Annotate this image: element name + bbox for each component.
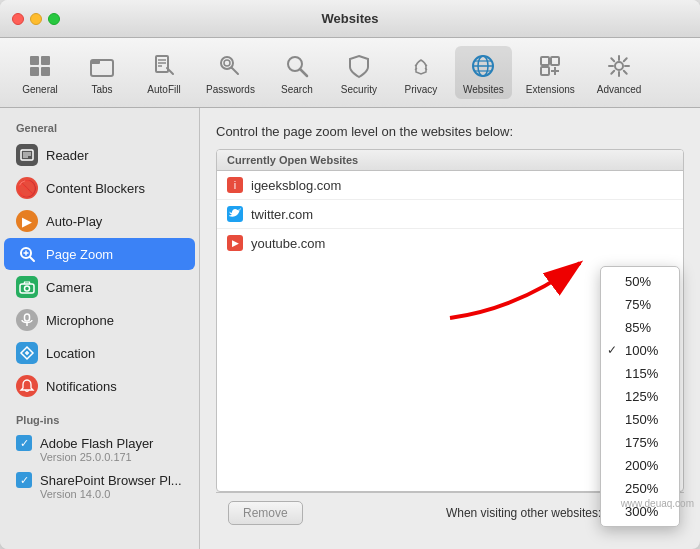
main-window: Websites General Tabs AutoFill Password [0,0,700,549]
title-bar: Websites [0,0,700,38]
notifications-icon [16,375,38,397]
tabs-label: Tabs [91,84,112,95]
sidebar: General Reader 🚫 Content Blockers ▶ Auto… [0,108,200,549]
svg-line-30 [30,257,34,261]
table-row[interactable]: ▶ youtube.com [217,229,683,257]
panel-description: Control the page zoom level on the websi… [216,124,684,139]
zoom-125[interactable]: 125% [601,385,679,408]
content-blockers-icon: 🚫 [16,177,38,199]
sidebar-item-auto-play[interactable]: ▶ Auto-Play [4,205,195,237]
toolbar-extensions[interactable]: Extensions [518,46,583,99]
extensions-label: Extensions [526,84,575,95]
location-label: Location [46,346,95,361]
toolbar-tabs[interactable]: Tabs [74,46,130,99]
advanced-icon [603,50,635,82]
sidebar-item-camera[interactable]: Camera [4,271,195,303]
close-button[interactable] [12,13,24,25]
toolbar: General Tabs AutoFill Passwords Search [0,38,700,108]
microphone-icon [16,309,38,331]
sharepoint-checkbox[interactable]: ✓ [16,472,32,488]
svg-rect-0 [30,56,39,65]
svg-line-13 [232,68,239,75]
notifications-label: Notifications [46,379,117,394]
toolbar-autofill[interactable]: AutoFill [136,46,192,99]
passwords-label: Passwords [206,84,255,95]
reader-label: Reader [46,148,89,163]
zoom-50[interactable]: 50% [601,270,679,293]
right-panel: Control the page zoom level on the websi… [200,108,700,549]
minimize-button[interactable] [30,13,42,25]
remove-button[interactable]: Remove [228,501,303,525]
svg-rect-1 [41,56,50,65]
auto-play-label: Auto-Play [46,214,102,229]
zoom-150[interactable]: 150% [601,408,679,431]
sidebar-item-page-zoom[interactable]: Page Zoom [4,238,195,270]
toolbar-advanced[interactable]: Advanced [589,46,649,99]
svg-rect-35 [25,314,30,321]
camera-label: Camera [46,280,92,295]
advanced-label: Advanced [597,84,641,95]
svg-rect-3 [41,67,50,76]
plugin-sharepoint[interactable]: ✓ SharePoint Browser Pl... Version 14.0.… [4,468,195,504]
autofill-label: AutoFill [147,84,180,95]
sidebar-item-microphone[interactable]: Microphone [4,304,195,336]
websites-label: Websites [463,84,504,95]
websites-icon [467,50,499,82]
camera-icon [16,276,38,298]
table-row[interactable]: twitter.com [217,200,683,229]
auto-play-icon: ▶ [16,210,38,232]
watermark: www.deuaq.com [621,498,694,509]
general-icon [24,50,56,82]
youtube-favicon: ▶ [227,235,243,251]
adobe-flash-name: Adobe Flash Player [40,436,153,451]
toolbar-security[interactable]: Security [331,46,387,99]
location-icon [16,342,38,364]
twitter-name: twitter.com [251,207,673,222]
svg-rect-5 [91,60,100,64]
passwords-icon [214,50,246,82]
plugins-section-label: Plug-ins [0,410,199,430]
sharepoint-version: Version 14.0.0 [16,488,183,500]
sidebar-item-content-blockers[interactable]: 🚫 Content Blockers [4,172,195,204]
search-icon [281,50,313,82]
zoom-100[interactable]: 100% [601,339,679,362]
plugin-adobe-flash[interactable]: ✓ Adobe Flash Player Version 25.0.0.171 [4,431,195,467]
zoom-175[interactable]: 175% [601,431,679,454]
general-section-label: General [0,118,199,138]
svg-rect-21 [541,57,549,65]
extensions-icon [534,50,566,82]
sidebar-item-reader[interactable]: Reader [4,139,195,171]
sharepoint-name: SharePoint Browser Pl... [40,473,182,488]
zoom-dropdown[interactable]: 50% 75% 85% 100% 115% 125% 150% 175% 200… [600,266,680,527]
svg-rect-2 [30,67,39,76]
sidebar-item-notifications[interactable]: Notifications [4,370,195,402]
svg-point-34 [25,286,30,291]
zoom-200[interactable]: 200% [601,454,679,477]
igeeks-name: igeeksblog.com [251,178,673,193]
maximize-button[interactable] [48,13,60,25]
privacy-label: Privacy [405,84,438,95]
zoom-85[interactable]: 85% [601,316,679,339]
reader-icon [16,144,38,166]
autofill-icon [148,50,180,82]
zoom-75[interactable]: 75% [601,293,679,316]
table-row[interactable]: i igeeksblog.com [217,171,683,200]
sidebar-item-location[interactable]: Location [4,337,195,369]
window-title: Websites [322,11,379,26]
traffic-lights [12,13,60,25]
toolbar-search[interactable]: Search [269,46,325,99]
adobe-flash-checkbox[interactable]: ✓ [16,435,32,451]
toolbar-websites[interactable]: Websites [455,46,512,99]
youtube-name: youtube.com [251,236,673,251]
zoom-115[interactable]: 115% [601,362,679,385]
toolbar-privacy[interactable]: Privacy [393,46,449,99]
tabs-icon [86,50,118,82]
igeeks-favicon: i [227,177,243,193]
general-label: General [22,84,58,95]
search-label: Search [281,84,313,95]
zoom-250[interactable]: 250% [601,477,679,500]
toolbar-general[interactable]: General [12,46,68,99]
toolbar-passwords[interactable]: Passwords [198,46,263,99]
table-header: Currently Open Websites [217,150,683,171]
when-visiting-label: When visiting other websites: [446,506,601,520]
